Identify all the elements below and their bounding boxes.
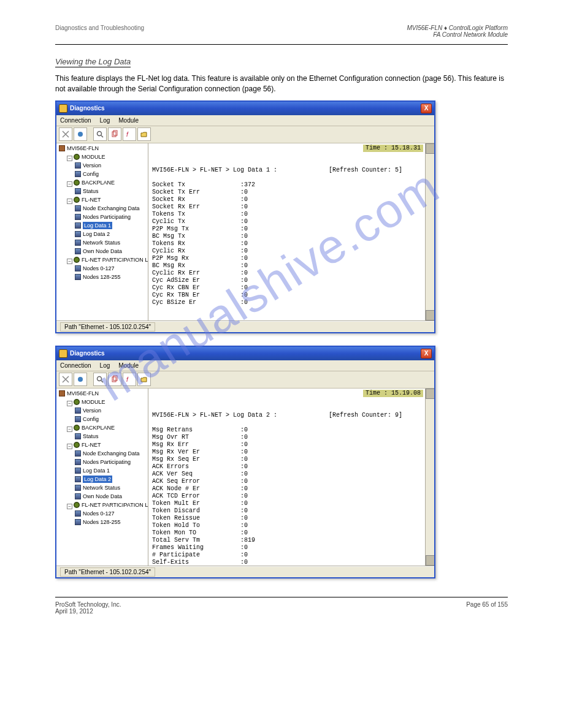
menu-module[interactable]: Module (118, 117, 139, 124)
svg-line-2 (101, 135, 103, 137)
menu-connection[interactable]: Connection (60, 117, 91, 124)
toolbar-btn-search[interactable] (93, 373, 107, 386)
svg-text:f: f (126, 131, 129, 138)
svg-point-7 (98, 377, 102, 381)
tree-module-version[interactable]: Version (75, 407, 101, 414)
tree-flnet-netstatus[interactable]: Network Status (75, 239, 120, 246)
window-title: Diagnostics (70, 105, 105, 112)
app-icon (59, 349, 67, 358)
statusbar: Path "Ethernet - 105.102.0.254" (56, 321, 434, 332)
close-button[interactable]: X (421, 104, 432, 113)
toolbar-btn-copy[interactable] (108, 127, 121, 141)
intro-paragraph: This feature displays the FL-Net log dat… (55, 74, 508, 94)
tree-module[interactable]: MODULE (74, 153, 105, 161)
titlebar[interactable]: Diagnostics X (56, 347, 434, 360)
toolbar-btn-open[interactable] (137, 127, 151, 141)
tree-flnet-logdata1[interactable]: Log Data 1 (75, 222, 112, 229)
menu-log[interactable]: Log (100, 362, 110, 369)
nav-tree[interactable]: MVI56E-FLN −MODULE Version Config −BACKP… (56, 389, 148, 566)
scrollbar[interactable] (425, 143, 434, 320)
tree-root[interactable]: MVI56E-FLN (59, 145, 99, 152)
tree-flnet-nodespart[interactable]: Nodes Participating (75, 458, 131, 466)
toolbar-btn-2[interactable] (74, 373, 87, 386)
close-button[interactable]: X (421, 349, 432, 358)
svg-text:f: f (126, 376, 129, 383)
tree-flnet[interactable]: FL-NET (74, 196, 101, 203)
tree-backplane[interactable]: BACKPLANE (74, 179, 115, 186)
page-footer: ProSoft Technology, Inc. April 19, 2012 … (55, 597, 508, 615)
svg-point-6 (78, 377, 83, 382)
tree-partlist[interactable]: FL-NET PARTICIPATION LIST (74, 501, 148, 509)
toolbar-btn-fn[interactable]: f (123, 373, 136, 386)
tree-backplane[interactable]: BACKPLANE (74, 424, 115, 431)
time-badge: Time : 15.18.31 (363, 145, 423, 152)
tree-partlist[interactable]: FL-NET PARTICIPATION LIST (74, 256, 148, 264)
diagnostics-window-2: Diagnostics X Connection Log Module f MV… (55, 346, 435, 578)
toolbar-btn-open[interactable] (137, 373, 151, 386)
svg-point-0 (78, 132, 83, 137)
section-heading: Viewing the Log Data (55, 57, 508, 67)
tree-partlist-0-127[interactable]: Nodes 0-127 (75, 510, 115, 517)
svg-rect-4 (113, 131, 117, 135)
toolbar: f (56, 126, 434, 143)
tree-module-config[interactable]: Config (75, 170, 99, 178)
menubar: Connection Log Module (56, 115, 434, 126)
tree-flnet-netstatus[interactable]: Network Status (75, 484, 120, 491)
menu-connection[interactable]: Connection (60, 362, 91, 369)
page-header: Diagnostics and Troubleshooting MVI56E-F… (55, 25, 508, 38)
titlebar[interactable]: Diagnostics X (56, 102, 434, 115)
toolbar-btn-copy[interactable] (108, 373, 121, 386)
toolbar-btn-1[interactable] (59, 127, 72, 141)
menubar: Connection Log Module (56, 360, 434, 371)
output-pane: MVI56E-FLN > FL-NET > Log Data 2 : [Refr… (148, 389, 434, 566)
tree-backplane-status[interactable]: Status (75, 188, 99, 195)
tree-flnet-ownnode[interactable]: Own Node Data (75, 248, 122, 255)
output-pane: MVI56E-FLN > FL-NET > Log Data 1 : [Refr… (148, 143, 434, 320)
svg-rect-3 (112, 132, 116, 137)
tree-flnet-logdata1[interactable]: Log Data 1 (75, 467, 110, 474)
toolbar: f (56, 371, 434, 389)
header-left: Diagnostics and Troubleshooting (55, 25, 144, 38)
app-icon (59, 104, 67, 113)
diagnostics-window-1: Diagnostics X Connection Log Module f MV… (55, 100, 435, 333)
tree-partlist-128-255[interactable]: Nodes 128-255 (75, 518, 121, 526)
tree-flnet-nodeex[interactable]: Node Exchanging Data (75, 450, 140, 457)
menu-log[interactable]: Log (100, 117, 110, 124)
toolbar-btn-2[interactable] (74, 127, 87, 141)
tree-module-version[interactable]: Version (75, 162, 101, 169)
svg-rect-9 (112, 377, 116, 382)
tree-backplane-status[interactable]: Status (75, 433, 99, 440)
header-rule (55, 44, 508, 45)
window-title: Diagnostics (70, 350, 105, 357)
menu-module[interactable]: Module (118, 362, 139, 369)
tree-flnet-nodespart[interactable]: Nodes Participating (75, 213, 131, 221)
statusbar: Path "Ethernet - 105.102.0.254" (56, 566, 434, 577)
toolbar-btn-search[interactable] (93, 127, 107, 141)
status-path: Path "Ethernet - 105.102.0.254" (60, 322, 155, 332)
nav-tree[interactable]: MVI56E-FLN −MODULE Version Config −BACKP… (56, 143, 148, 320)
tree-flnet-logdata2[interactable]: Log Data 2 (75, 476, 112, 483)
svg-rect-10 (113, 376, 117, 381)
time-badge: Time : 15.19.08 (363, 390, 423, 397)
tree-root[interactable]: MVI56E-FLN (59, 390, 99, 397)
tree-module[interactable]: MODULE (74, 398, 105, 406)
toolbar-btn-fn[interactable]: f (123, 127, 136, 141)
svg-line-8 (101, 381, 103, 382)
tree-flnet-ownnode[interactable]: Own Node Data (75, 493, 122, 500)
scrollbar[interactable] (425, 389, 434, 566)
tree-partlist-128-255[interactable]: Nodes 128-255 (75, 273, 121, 281)
svg-point-1 (98, 132, 102, 136)
tree-partlist-0-127[interactable]: Nodes 0-127 (75, 265, 115, 272)
status-path: Path "Ethernet - 105.102.0.254" (60, 567, 155, 577)
tree-module-config[interactable]: Config (75, 415, 99, 423)
tree-flnet[interactable]: FL-NET (74, 441, 101, 449)
tree-flnet-nodeex[interactable]: Node Exchanging Data (75, 205, 140, 212)
tree-flnet-logdata2[interactable]: Log Data 2 (75, 230, 110, 238)
toolbar-btn-1[interactable] (59, 373, 72, 386)
header-right: MVI56E-FLN ♦ ControlLogix Platform FA Co… (407, 25, 508, 38)
